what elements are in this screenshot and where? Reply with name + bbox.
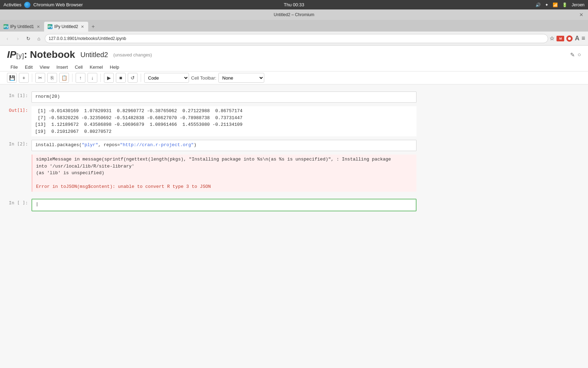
reload-button[interactable]: ↻ xyxy=(24,34,33,43)
record-icon-inner xyxy=(568,37,571,40)
tab-2-close[interactable]: ✕ xyxy=(80,24,85,29)
menu-edit[interactable]: Edit xyxy=(21,63,36,71)
save-button[interactable]: 💾 xyxy=(7,73,17,83)
cell-1-output-label: Out[1]: xyxy=(7,106,31,113)
cell-1: In [1]: rnorm(20) xyxy=(7,91,581,103)
tab-2[interactable]: IPy IPy Untitled2 ✕ xyxy=(44,22,88,32)
cell-2-input[interactable]: install.packages("plyr", repos="http://c… xyxy=(31,140,416,151)
cell-1-output-content: [1] -0.01430169 1.07820931 0.82960772 -0… xyxy=(31,106,416,136)
menu-view[interactable]: View xyxy=(36,63,53,71)
address-bar[interactable]: 127.0.0.1:8901/notebooks/Untitled2.ipynb xyxy=(45,34,548,43)
unsaved-indicator: (unsaved changes) xyxy=(113,52,152,57)
activities-button[interactable]: Activities xyxy=(4,2,21,7)
cell-2-code-prefix: install.packages( xyxy=(35,142,82,148)
cell-2-code-mid: , repos= xyxy=(98,142,120,148)
cell-toolbar-select[interactable]: None Edit Metadata Raw Cell Format Slide… xyxy=(218,73,264,83)
menu-help[interactable]: Help xyxy=(106,63,123,71)
new-tab-button[interactable]: + xyxy=(88,22,98,32)
notebook-area: IP[y]: Notebook Untitled2 (unsaved chang… xyxy=(0,46,588,368)
run-button[interactable]: ▶ xyxy=(104,73,114,83)
toolbar-sep-4 xyxy=(141,74,141,82)
restart-button[interactable]: ↺ xyxy=(128,73,138,83)
cell-2-code-suffix: ) xyxy=(194,142,197,148)
circle-icon[interactable]: ○ xyxy=(578,52,581,58)
pencil-icon[interactable]: ✎ xyxy=(570,52,575,58)
browser-close-button[interactable]: ✕ xyxy=(578,12,584,18)
tab-2-label: IPy Untitled2 xyxy=(54,24,78,29)
bluetooth-icon[interactable]: ✦ xyxy=(545,2,548,7)
cell-2-label: In [2]: xyxy=(7,140,31,146)
browser-icon xyxy=(24,2,30,8)
tab-1-close[interactable]: ✕ xyxy=(36,24,41,29)
notebook-title-row: IP[y]: Notebook Untitled2 (unsaved chang… xyxy=(7,49,581,63)
navigation-bar: ‹ › ↻ ⌂ 127.0.0.1:8901/notebooks/Untitle… xyxy=(0,32,588,46)
user-name[interactable]: Jeroen xyxy=(572,2,584,7)
gmail-icon[interactable]: M xyxy=(556,36,564,41)
battery-icon: 🔋 xyxy=(562,2,567,7)
tab-1-label: IPy Untitled1 xyxy=(10,24,34,29)
notebook-content: In [1]: rnorm(20) Out[1]: [1] -0.0143016… xyxy=(0,84,588,368)
cell-3-cursor: | xyxy=(36,202,38,207)
browser-window: Untitled2 – Chromium ✕ IPy IPy Untitled1… xyxy=(0,9,588,368)
cell-2-output-content: simpleMessage in message(sprintf(ngettex… xyxy=(31,155,416,192)
tab-2-favicon: IPy xyxy=(48,24,52,29)
cell-2-str1: "plyr" xyxy=(82,142,98,148)
add-cell-button[interactable]: + xyxy=(19,73,29,83)
cell-3: In [ ]: | xyxy=(7,199,581,211)
copy-button[interactable]: ⎘ xyxy=(47,73,57,83)
output-line-3: [13] 1.12189672 0.43586898 -0.10696879 1… xyxy=(35,121,413,128)
back-button[interactable]: ‹ xyxy=(3,34,12,43)
output-line-4: [19] 0.21012067 0.80270572 xyxy=(35,128,413,135)
cell-2-output-label xyxy=(7,155,31,156)
wifi-icon[interactable]: 📶 xyxy=(553,2,558,7)
menu-icon[interactable]: ≡ xyxy=(581,35,585,42)
cell-3-label: In [ ]: xyxy=(7,199,31,205)
menu-file[interactable]: File xyxy=(7,63,21,71)
cell-1-input[interactable]: rnorm(20) xyxy=(31,91,416,103)
system-time: Thu 00:33 xyxy=(284,2,304,7)
paste-button[interactable]: 📋 xyxy=(59,73,69,83)
home-button[interactable]: ⌂ xyxy=(34,34,43,43)
cell-2-str2: "http://cran.r-project.org" xyxy=(120,142,194,148)
app-name: Chromium Web Browser xyxy=(33,2,83,7)
notebook-header-icons: ✎ ○ xyxy=(570,52,581,58)
menu-insert[interactable]: Insert xyxy=(53,63,71,71)
notebook-name[interactable]: Untitled2 xyxy=(80,51,108,59)
forward-button[interactable]: › xyxy=(13,34,22,43)
move-down-button[interactable]: ↓ xyxy=(88,73,97,83)
cell-1-code: rnorm(20) xyxy=(35,94,60,99)
url-text: 127.0.0.1:8901/notebooks/Untitled2.ipynb xyxy=(49,36,126,41)
menu-cell[interactable]: Cell xyxy=(71,63,86,71)
system-bar-right: 🔊 ✦ 📶 🔋 Jeroen xyxy=(536,2,584,7)
cell-1-output: Out[1]: [1] -0.01430169 1.07820931 0.829… xyxy=(7,106,581,136)
cell-2-output: simpleMessage in message(sprintf(ngettex… xyxy=(7,155,581,192)
cell-toolbar-label: Cell Toolbar: xyxy=(191,75,216,81)
tab-1-favicon: IPy xyxy=(4,24,8,29)
menu-kernel[interactable]: Kernel xyxy=(86,63,106,71)
error-msg-2: into '/usr/local/lib/R/site-library' xyxy=(36,163,413,170)
error-msg-3: (as 'lib' is unspecified) xyxy=(36,170,413,177)
toolbar-sep-2 xyxy=(72,74,72,82)
record-icon[interactable] xyxy=(566,35,573,42)
cell-2: In [2]: install.packages("plyr", repos="… xyxy=(7,140,581,151)
interrupt-button[interactable]: ■ xyxy=(116,73,126,83)
ipynb-logo: IP[y]: Notebook xyxy=(7,49,75,60)
cell-3-input[interactable]: | xyxy=(31,199,416,211)
cell-type-select[interactable]: Code Markdown Raw NBConvert Heading xyxy=(144,73,189,83)
toolbar-sep-1 xyxy=(32,74,32,82)
tab-bar: IPy IPy Untitled1 ✕ IPy IPy Untitled2 ✕ … xyxy=(0,20,588,32)
notebook-menu: File Edit View Insert Cell Kernel Help xyxy=(7,63,581,71)
notebook-toolbar: 💾 + ✂ ⎘ 📋 ↑ ↓ ▶ ■ ↺ Code Markdown Raw NB… xyxy=(0,71,588,84)
system-bar-left: Activities Chromium Web Browser xyxy=(4,2,83,8)
volume-icon[interactable]: 🔊 xyxy=(536,2,541,7)
move-up-button[interactable]: ↑ xyxy=(76,73,85,83)
system-bar: Activities Chromium Web Browser Thu 00:3… xyxy=(0,0,588,9)
cut-button[interactable]: ✂ xyxy=(35,73,45,83)
notebook-header: IP[y]: Notebook Untitled2 (unsaved chang… xyxy=(0,46,588,71)
output-line-2: [7] -0.58320226 -0.32350692 -0.51482838 … xyxy=(35,115,413,122)
output-line-1: [1] -0.01430169 1.07820931 0.82960772 -0… xyxy=(35,108,413,115)
tab-1[interactable]: IPy IPy Untitled1 ✕ xyxy=(0,22,44,32)
extension-icon[interactable]: A xyxy=(575,35,579,42)
bookmark-icon[interactable]: ☆ xyxy=(550,35,554,42)
cell-1-label: In [1]: xyxy=(7,91,31,98)
